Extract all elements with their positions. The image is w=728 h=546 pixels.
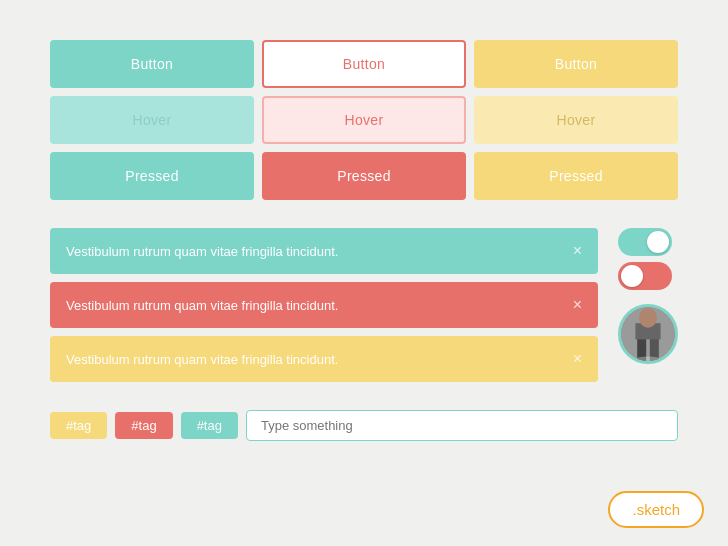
button-teal-normal[interactable]: Button xyxy=(50,40,254,88)
alert-red: Vestibulum rutrum quam vitae fringilla t… xyxy=(50,282,598,328)
avatar-container xyxy=(618,304,678,364)
button-red-pressed[interactable]: Pressed xyxy=(262,152,466,200)
button-yellow-normal[interactable]: Button xyxy=(474,40,678,88)
toggle-off-knob xyxy=(621,265,643,287)
button-teal-hover[interactable]: Hover xyxy=(50,96,254,144)
alert-teal: Vestibulum rutrum quam vitae fringilla t… xyxy=(50,228,598,274)
button-grid: Button Button Button Hover Hover Hover P… xyxy=(50,40,678,200)
sketch-badge[interactable]: .sketch xyxy=(608,491,704,528)
tag-input[interactable] xyxy=(246,410,678,441)
main-container: Button Button Button Hover Hover Hover P… xyxy=(0,0,728,481)
toggle-off[interactable] xyxy=(618,262,672,290)
button-red-normal[interactable]: Button xyxy=(262,40,466,88)
avatar-image xyxy=(621,307,675,361)
alerts-column: Vestibulum rutrum quam vitae fringilla t… xyxy=(50,228,598,382)
alerts-section: Vestibulum rutrum quam vitae fringilla t… xyxy=(50,228,678,382)
svg-point-4 xyxy=(639,308,657,328)
toggle-on[interactable] xyxy=(618,228,672,256)
alert-teal-close[interactable]: × xyxy=(573,242,582,260)
alert-yellow: Vestibulum rutrum quam vitae fringilla t… xyxy=(50,336,598,382)
alert-teal-text: Vestibulum rutrum quam vitae fringilla t… xyxy=(66,244,338,259)
tags-row: #tag #tag #tag xyxy=(50,410,678,441)
button-yellow-pressed[interactable]: Pressed xyxy=(474,152,678,200)
button-red-hover[interactable]: Hover xyxy=(262,96,466,144)
toggle-on-knob xyxy=(647,231,669,253)
tag-teal[interactable]: #tag xyxy=(181,412,238,439)
tag-red[interactable]: #tag xyxy=(115,412,172,439)
tag-yellow[interactable]: #tag xyxy=(50,412,107,439)
button-yellow-hover[interactable]: Hover xyxy=(474,96,678,144)
right-widgets xyxy=(618,228,678,382)
alert-yellow-text: Vestibulum rutrum quam vitae fringilla t… xyxy=(66,352,338,367)
alert-red-text: Vestibulum rutrum quam vitae fringilla t… xyxy=(66,298,338,313)
button-teal-pressed[interactable]: Pressed xyxy=(50,152,254,200)
alert-red-close[interactable]: × xyxy=(573,296,582,314)
alert-yellow-close[interactable]: × xyxy=(573,350,582,368)
